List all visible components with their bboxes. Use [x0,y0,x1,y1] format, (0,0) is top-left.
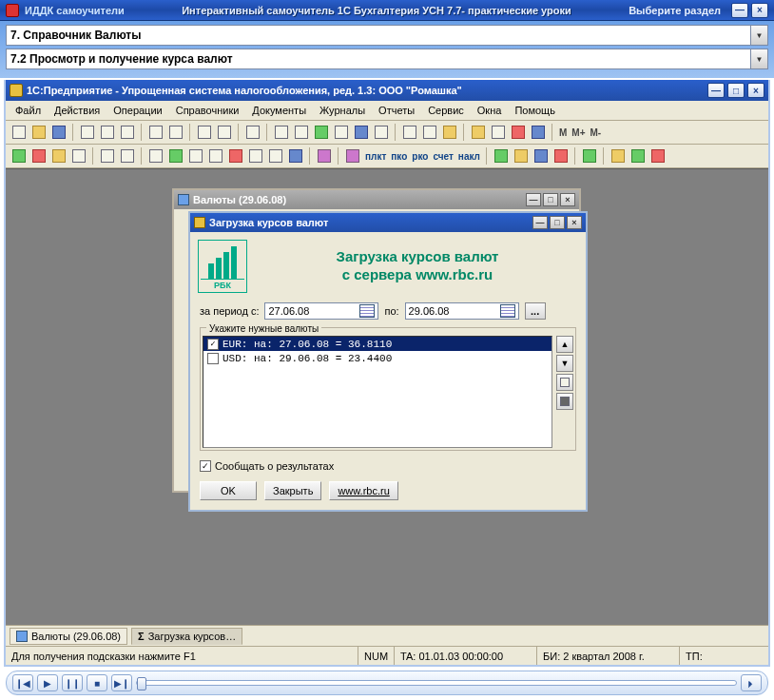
menu-catalogs[interactable]: Справочники [170,103,245,118]
currencies-max-button[interactable]: □ [543,193,558,206]
undo-icon[interactable] [146,123,165,142]
app-maximize-button[interactable]: □ [727,83,745,98]
report-icon[interactable] [215,123,234,142]
tool-i-icon[interactable] [440,123,459,142]
btn-pko[interactable]: пко [389,151,409,162]
menu-windows[interactable]: Окна [472,103,508,118]
t2-k-icon[interactable] [226,146,245,165]
menu-file[interactable]: Файл [10,103,47,118]
paste-icon[interactable] [118,123,137,142]
report-results-checkbox[interactable]: ✓ [200,460,211,472]
btn-plkt[interactable]: плкт [363,151,388,162]
list-item[interactable]: ✓ EUR: на: 27.06.08 = 36.8110 [203,337,551,351]
menu-journals[interactable]: Журналы [314,103,371,118]
memory-mplus-button[interactable]: M+ [570,127,587,138]
load-rates-titlebar[interactable]: Загрузка курсов валют — □ × [190,213,586,232]
lesson-combobox-button[interactable] [750,49,767,68]
t2-s-icon[interactable] [551,146,571,165]
list-down-button[interactable]: ▼ [556,355,573,372]
player-pause-button[interactable]: ❙❙ [62,674,83,691]
save-icon[interactable] [49,123,68,142]
player-stop-button[interactable]: ■ [87,674,107,691]
t2-h-icon[interactable] [166,146,185,165]
list-check-button[interactable] [556,374,573,391]
t2-i-icon[interactable] [186,146,205,165]
btn-schet[interactable]: счет [431,151,455,162]
lesson-combobox[interactable]: 7.2 Просмотр и получение курса валют [6,49,768,69]
player-thumb[interactable] [137,677,146,690]
copy-icon[interactable] [98,123,117,142]
redo-icon[interactable] [166,123,185,142]
player-next-button[interactable]: ▶❙ [111,674,132,691]
tool-e-icon[interactable] [352,123,371,142]
t2-l-icon[interactable] [246,146,265,165]
section-combobox-button[interactable] [750,26,767,45]
calendar-icon[interactable] [500,304,515,318]
t2-m-icon[interactable] [266,146,285,165]
dialog-close-button[interactable]: × [567,216,582,229]
menu-reports[interactable]: Отчеты [373,103,420,118]
rbc-link-button[interactable]: www.rbc.ru [329,481,397,500]
period-ellipsis-button[interactable]: ... [525,302,546,320]
dialog-min-button[interactable]: — [532,216,548,229]
app-minimize-button[interactable]: — [707,83,725,98]
t2-books-icon[interactable] [343,146,362,165]
currencies-window-titlebar[interactable]: Валюты (29.06.08) — □ × [174,190,579,209]
t2-u-icon[interactable] [609,146,628,165]
player-prev-button[interactable]: ❙◀ [12,674,33,691]
t2-f-icon[interactable] [118,146,137,165]
btn-rko[interactable]: рко [410,151,430,162]
print-icon[interactable] [195,123,214,142]
tool-m-icon[interactable] [529,123,548,142]
t2-book-icon[interactable] [315,146,334,165]
ok-button[interactable]: OK [200,481,257,500]
tool-k-icon[interactable] [489,123,508,142]
app-close-button[interactable]: × [747,83,764,98]
menu-operations[interactable]: Операции [107,103,167,118]
menu-help[interactable]: Помощь [509,103,561,118]
t2-n-icon[interactable] [286,146,305,165]
dialog-max-button[interactable]: □ [550,216,565,229]
tutorial-close-button[interactable]: × [751,3,768,18]
t2-q-icon[interactable] [512,146,531,165]
tool-c-icon[interactable] [312,123,331,142]
find-icon[interactable] [243,123,262,142]
tool-a-icon[interactable] [272,123,291,142]
t2-p-icon[interactable] [492,146,511,165]
t2-b-icon[interactable] [29,146,48,165]
currency-list[interactable]: ✓ EUR: на: 27.06.08 = 36.8110 USD: на: 2… [203,336,552,448]
currencies-close-button[interactable]: × [560,193,575,206]
list-up-button[interactable]: ▲ [556,336,573,353]
row-checkbox[interactable] [207,353,219,364]
memory-mminus-button[interactable]: M- [589,127,604,138]
tool-l-icon[interactable] [509,123,528,142]
player-extra-button[interactable]: ⏵ [741,674,762,691]
tutorial-minimize-button[interactable]: — [731,3,748,18]
t2-c-icon[interactable] [49,146,68,165]
cut-icon[interactable] [78,123,97,142]
date-from-input[interactable]: 27.06.08 [264,302,378,320]
tool-g-icon[interactable] [400,123,419,142]
t2-e-icon[interactable] [98,146,117,165]
new-icon[interactable] [10,123,29,142]
currencies-min-button[interactable]: — [526,193,541,206]
t2-j-icon[interactable] [206,146,225,165]
t2-w-icon[interactable] [648,146,668,165]
close-button[interactable]: Закрыть [264,481,321,500]
tool-h-icon[interactable] [420,123,439,142]
t2-t-icon[interactable] [580,146,599,165]
player-track[interactable] [136,680,737,686]
tool-j-icon[interactable] [469,123,488,142]
t2-r-icon[interactable] [532,146,551,165]
section-combobox[interactable]: 7. Справочник Валюты [6,25,768,46]
t2-v-icon[interactable] [629,146,648,165]
tool-f-icon[interactable] [372,123,391,142]
t2-d-icon[interactable] [69,146,88,165]
list-uncheck-button[interactable] [556,393,573,410]
menu-actions[interactable]: Действия [48,103,106,118]
window-tab-load-rates[interactable]: Σ Загрузка курсов… [131,628,242,645]
tool-b-icon[interactable] [292,123,311,142]
menu-service[interactable]: Сервис [422,103,470,118]
menu-documents[interactable]: Документы [246,103,312,118]
row-checkbox[interactable]: ✓ [207,339,219,350]
